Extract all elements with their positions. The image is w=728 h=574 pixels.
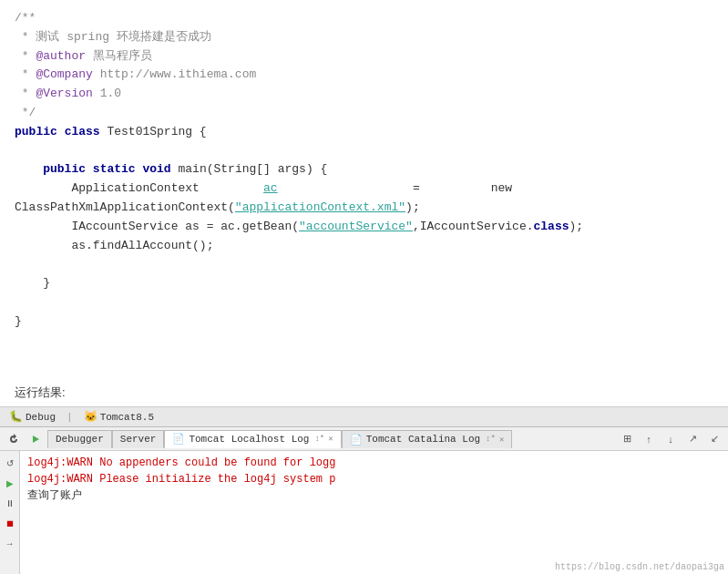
- debug-label: 🐛 Debug: [4, 410, 61, 424]
- console-area: ↺ ▶ ⏸ ⏹ → log4j:WARN No appenders could …: [0, 451, 728, 574]
- sidebar-play[interactable]: ▶: [2, 475, 18, 491]
- console-tabs: Debugger Server 📄 Tomcat Localhost Log ↕…: [47, 430, 615, 448]
- console-sidebar: ↺ ▶ ⏸ ⏹ →: [0, 451, 20, 574]
- run-result-label: 运行结果:: [0, 381, 728, 406]
- bottom-panel: 🐛 Debug | 🐱 Tomcat8.5 Debugger Server 📄: [0, 406, 728, 574]
- sidebar-pause[interactable]: ⏸: [2, 495, 18, 511]
- code-line: * @author 黑马程序员: [15, 47, 713, 67]
- code-content: /** * 测试 spring 环境搭建是否成功 * @author 黑马程序员…: [0, 0, 728, 381]
- console-line-3: 查询了账户: [27, 487, 721, 504]
- code-line: public class Test01Spring {: [15, 123, 713, 142]
- code-line: ClassPathXmlApplicationContext("applicat…: [15, 199, 713, 218]
- sidebar-arrow[interactable]: →: [2, 535, 18, 551]
- console-line-2: log4j:WARN Please initialize the log4j s…: [27, 471, 721, 487]
- play-button[interactable]: [26, 430, 46, 448]
- tab-tomcat-localhost[interactable]: 📄 Tomcat Localhost Log ↕* ✕: [164, 430, 341, 448]
- expand-button[interactable]: ↗: [682, 430, 702, 448]
- sidebar-refresh[interactable]: ↺: [2, 455, 18, 471]
- server-icon: 🐱: [84, 410, 97, 424]
- code-editor: /** * 测试 spring 环境搭建是否成功 * @author 黑马程序员…: [0, 0, 728, 406]
- collapse-button[interactable]: ↙: [704, 430, 724, 448]
- scroll-up-button[interactable]: ↑: [639, 430, 659, 448]
- layout-button[interactable]: ⊞: [617, 430, 637, 448]
- console-output: log4j:WARN No appenders could be found f…: [20, 451, 728, 574]
- tomcat-label: 🐱 Tomcat8.5: [78, 410, 159, 424]
- code-line: [15, 293, 713, 313]
- code-line: public static void main(String[] args) {: [15, 160, 713, 179]
- code-line: */: [15, 104, 713, 123]
- code-line: * @Version 1.0: [15, 85, 713, 104]
- code-line: * @Company http://www.ithiema.com: [15, 66, 713, 85]
- code-line: [15, 255, 713, 274]
- code-line: as.findAllAccount();: [15, 237, 713, 256]
- refresh-button[interactable]: [4, 430, 24, 448]
- code-line: }: [15, 274, 713, 293]
- code-line: ApplicationContext ac = new: [15, 179, 713, 199]
- tab-close-localhost[interactable]: ✕: [328, 434, 333, 444]
- tab-debugger[interactable]: Debugger: [47, 430, 112, 448]
- code-line: [15, 142, 713, 161]
- debug-tab-bar: 🐛 Debug | 🐱 Tomcat8.5: [0, 407, 728, 427]
- log-icon: 📄: [172, 433, 185, 445]
- svg-marker-0: [33, 436, 39, 443]
- tab-server[interactable]: Server: [112, 430, 165, 448]
- code-line: IAccountService as = ac.getBean("account…: [15, 218, 713, 237]
- sidebar-stop[interactable]: ⏹: [2, 515, 18, 531]
- tab-tomcat-catalina[interactable]: 📄 Tomcat Catalina Log ↕* ✕: [342, 430, 513, 448]
- code-line: }: [15, 313, 713, 332]
- tab-close-catalina[interactable]: ✕: [499, 435, 504, 445]
- scroll-down-button[interactable]: ↓: [661, 430, 681, 448]
- watermark: https://blog.csdn.net/daopai3ga: [555, 562, 724, 572]
- code-line: * 测试 spring 环境搭建是否成功: [15, 28, 713, 47]
- right-toolbar: ⊞ ↑ ↓ ↗ ↙: [617, 430, 724, 448]
- console-toolbar-row: Debugger Server 📄 Tomcat Localhost Log ↕…: [0, 427, 728, 451]
- log-icon2: 📄: [350, 434, 363, 446]
- code-line: /**: [15, 9, 713, 28]
- console-line-1: log4j:WARN No appenders could be found f…: [27, 455, 721, 471]
- bug-icon: 🐛: [9, 410, 23, 424]
